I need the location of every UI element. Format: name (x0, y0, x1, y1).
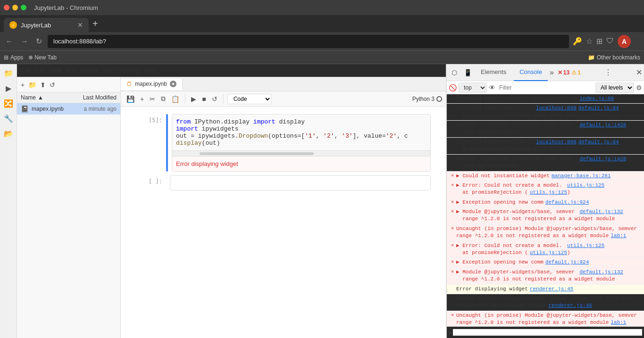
log-link-2[interactable]: default.js:64 (578, 105, 619, 111)
log-link-4[interactable]: localhost:888 (536, 139, 577, 145)
devtools-device-icon[interactable]: 📱 (462, 67, 473, 78)
cell-body-2[interactable] (170, 175, 431, 190)
star-icon[interactable]: ☆ (586, 37, 593, 46)
notebook-content: [5]: from IPython.display import display… (121, 107, 446, 338)
notebook-tab-label: mapex.ipynb (135, 81, 167, 87)
menu-edit[interactable]: Edit (34, 67, 45, 74)
other-bookmarks[interactable]: 📁 Other bookmarks (588, 54, 640, 61)
log-entry-0: Starting application in workspace. /tabi… (447, 94, 644, 104)
log-link-6[interactable]: default.js:1428 (579, 156, 626, 162)
new-file-button[interactable]: + (21, 81, 25, 89)
kernel-info: Python 3 (412, 96, 442, 102)
cut-button[interactable]: ✂ (148, 94, 157, 104)
tab-close-button[interactable]: ✕ (77, 21, 83, 29)
restart-kernel-button[interactable]: ↺ (210, 94, 219, 104)
menu-settings[interactable]: Settings (119, 67, 141, 74)
newtab-bookmark[interactable]: New Tab (29, 54, 56, 61)
notebook-tab-mapex[interactable]: 🗒 mapex.ipynb ● (121, 79, 183, 90)
reload-button[interactable]: ↻ (34, 35, 44, 48)
menu-kernel[interactable]: Kernel (81, 67, 99, 74)
sidebar-icon-tools[interactable]: 🔧 (1, 111, 16, 125)
scrollbar-thumb (200, 152, 314, 155)
log-link-8[interactable]: utils.js:125 (567, 182, 604, 188)
log-link-12[interactable]: lab:1 (611, 233, 626, 239)
devtools-close-button[interactable]: ✕ (636, 68, 642, 77)
context-select[interactable]: top (459, 82, 487, 93)
log-link-3[interactable]: default.js:1428 (579, 122, 626, 128)
refresh-button[interactable]: ↺ (50, 81, 55, 89)
address-input[interactable] (48, 35, 569, 48)
log-link-19[interactable]: lab:1 (611, 320, 626, 325)
close-button[interactable] (4, 5, 9, 10)
extension-icon[interactable]: ⊞ (596, 37, 602, 46)
add-cell-button[interactable]: + (138, 94, 146, 104)
menu-view[interactable]: View (49, 67, 62, 74)
stop-kernel-button[interactable]: ■ (200, 94, 208, 104)
file-item-mapex[interactable]: 📓 mapex.ipynb a minute ago (17, 103, 120, 115)
cell-body-1[interactable]: from IPython.display import display impo… (172, 114, 431, 172)
log-link-18[interactable]: renderer.js:46 (548, 303, 592, 308)
save-button[interactable]: 💾 (125, 94, 136, 104)
eye-icon[interactable]: 👁 (489, 84, 495, 91)
sort-name-button[interactable]: Name ▲ (21, 94, 69, 101)
sidebar-icon-run[interactable]: ▶ (1, 81, 16, 95)
log-link-14[interactable]: utils.js:125 (530, 250, 567, 256)
apps-bookmark[interactable]: ⊞ Apps (4, 54, 23, 61)
devtools-tab-elements[interactable]: Elements (475, 64, 512, 81)
upload-button[interactable]: ⬆ (40, 81, 46, 89)
browser-title: JupyterLab - Chromium (34, 4, 98, 11)
toolbar-separator (185, 94, 185, 104)
log-link-17[interactable]: renderer.js:45 (530, 286, 573, 292)
log-link-9[interactable]: utils.js:125 (530, 190, 567, 195)
menu-icon[interactable]: ⋮ (635, 38, 640, 45)
minimize-button[interactable] (12, 5, 18, 10)
maximize-button[interactable] (21, 5, 26, 10)
log-link-1[interactable]: localhost:888 (536, 105, 577, 111)
devtools-more-tabs[interactable]: » (550, 68, 554, 77)
log-link-5[interactable]: default.js:64 (578, 139, 619, 145)
level-select[interactable]: All levels (595, 82, 634, 93)
new-folder-button[interactable]: 📁 (28, 81, 36, 89)
back-button[interactable]: ← (4, 35, 15, 48)
shield-icon[interactable]: 🛡 (606, 37, 614, 46)
devtools-options-button[interactable]: ⋮ (604, 68, 612, 77)
cell-scrollbar[interactable] (172, 150, 430, 156)
log-link-16[interactable]: default.js:132 (579, 269, 623, 275)
sidebar-icon-folder2[interactable]: 📂 (1, 126, 16, 140)
devtools-tab-console[interactable]: Console (514, 64, 548, 81)
log-link-7[interactable]: manager-base.js:281 (552, 173, 611, 179)
sidebar-icon-folder[interactable]: 📁 (1, 66, 16, 80)
log-link-0[interactable]: index.js:00 (579, 96, 614, 101)
cell-type-select[interactable]: Code Markdown Raw (227, 94, 272, 104)
notebook-icon: 📓 (21, 105, 29, 113)
cell-active-bar (166, 114, 168, 172)
jupyter-menubar: File Edit View Run Kernel Tabs Settings … (17, 64, 446, 77)
log-link-15[interactable]: default.js:924 (545, 259, 589, 265)
folder-icon: 📁 (588, 54, 595, 61)
log-link-11[interactable]: default.js:132 (579, 209, 623, 214)
menu-file[interactable]: File (21, 67, 31, 74)
browser-tab[interactable]: ⚡ JupyterLab ✕ (4, 18, 89, 32)
key-icon[interactable]: 🔑 (573, 37, 582, 46)
log-icon-9: ✕ (449, 225, 456, 232)
menu-run[interactable]: Run (66, 67, 77, 74)
devtools-inspect-icon[interactable]: ⬡ (449, 67, 460, 78)
log-entry-14: Module @jupyter-widgets/base, semver ran… (447, 294, 644, 311)
profile-button[interactable]: A (618, 35, 631, 48)
file-panel: + 📁 ⬆ ↺ Name ▲ Last Modified 📓 (17, 77, 121, 338)
run-cell-button[interactable]: ▶ (189, 94, 198, 104)
forward-button[interactable]: → (19, 35, 30, 48)
paste-button[interactable]: 📋 (169, 94, 181, 104)
file-name: mapex.ipynb (32, 106, 67, 112)
log-link-13[interactable]: utils.js:125 (567, 243, 604, 248)
sidebar-icon-git[interactable]: 🔀 (1, 96, 16, 110)
menu-help[interactable]: Help (145, 67, 158, 74)
console-input[interactable] (453, 329, 642, 336)
gear-icon[interactable]: ⚙ (636, 84, 642, 91)
new-tab-button[interactable]: + (92, 18, 98, 29)
filter-input[interactable] (497, 83, 594, 92)
log-link-10[interactable]: default.js:924 (545, 199, 589, 205)
menu-tabs[interactable]: Tabs (102, 67, 115, 74)
notebook-tab-close-button[interactable]: ● (170, 81, 176, 87)
copy-button[interactable]: ⧉ (159, 94, 167, 104)
